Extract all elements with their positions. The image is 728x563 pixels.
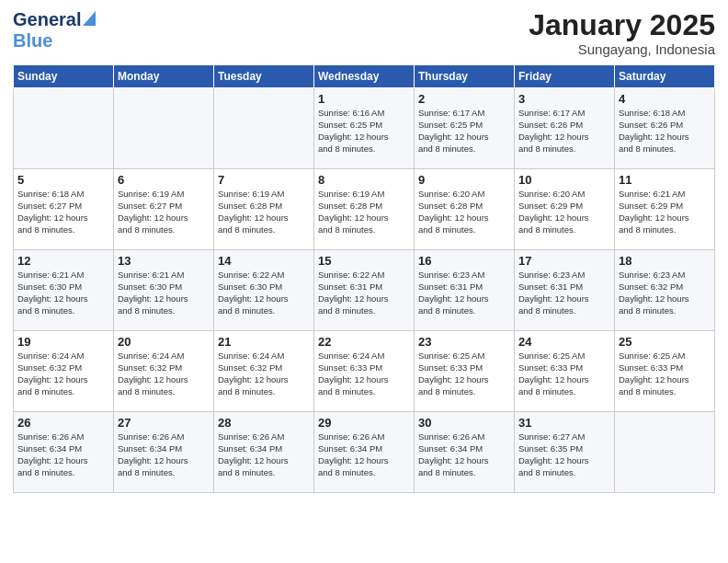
table-row: 21Sunrise: 6:24 AMSunset: 6:32 PMDayligh… bbox=[214, 331, 314, 412]
day-number: 28 bbox=[218, 416, 310, 430]
day-number: 1 bbox=[318, 92, 410, 106]
day-number: 7 bbox=[218, 173, 310, 187]
day-number: 15 bbox=[318, 254, 410, 268]
day-info: Sunrise: 6:17 AMSunset: 6:25 PMDaylight:… bbox=[418, 108, 510, 155]
table-row: 2Sunrise: 6:17 AMSunset: 6:25 PMDaylight… bbox=[415, 88, 515, 169]
day-number: 3 bbox=[518, 92, 610, 106]
day-info: Sunrise: 6:21 AMSunset: 6:30 PMDaylight:… bbox=[17, 270, 109, 316]
day-info: Sunrise: 6:16 AMSunset: 6:25 PMDaylight:… bbox=[318, 108, 410, 155]
day-number: 8 bbox=[318, 173, 410, 187]
day-info: Sunrise: 6:24 AMSunset: 6:32 PMDaylight:… bbox=[17, 350, 109, 397]
day-number: 29 bbox=[318, 416, 410, 430]
day-number: 9 bbox=[418, 173, 510, 187]
header-thursday: Thursday bbox=[415, 65, 515, 88]
logo-general: General bbox=[13, 9, 81, 30]
day-info: Sunrise: 6:26 AMSunset: 6:34 PMDaylight:… bbox=[218, 431, 310, 478]
day-number: 18 bbox=[619, 254, 711, 268]
table-row: 4Sunrise: 6:18 AMSunset: 6:26 PMDaylight… bbox=[615, 88, 715, 169]
table-row: 27Sunrise: 6:26 AMSunset: 6:34 PMDayligh… bbox=[114, 412, 214, 493]
day-number: 5 bbox=[17, 173, 109, 187]
day-number: 14 bbox=[218, 254, 310, 268]
day-info: Sunrise: 6:18 AMSunset: 6:26 PMDaylight:… bbox=[619, 108, 711, 155]
day-info: Sunrise: 6:25 AMSunset: 6:33 PMDaylight:… bbox=[518, 350, 610, 397]
day-info: Sunrise: 6:22 AMSunset: 6:31 PMDaylight:… bbox=[318, 270, 410, 316]
title-block: January 2025 Sungayang, Indonesia bbox=[529, 9, 715, 57]
day-number: 11 bbox=[619, 173, 711, 187]
day-number: 17 bbox=[518, 254, 610, 268]
table-row: 12Sunrise: 6:21 AMSunset: 6:30 PMDayligh… bbox=[14, 250, 114, 331]
day-info: Sunrise: 6:26 AMSunset: 6:34 PMDaylight:… bbox=[118, 431, 210, 478]
day-info: Sunrise: 6:20 AMSunset: 6:29 PMDaylight:… bbox=[518, 189, 610, 236]
table-row: 24Sunrise: 6:25 AMSunset: 6:33 PMDayligh… bbox=[515, 331, 615, 412]
day-number: 27 bbox=[118, 416, 210, 430]
table-row: 5Sunrise: 6:18 AMSunset: 6:27 PMDaylight… bbox=[14, 169, 114, 250]
table-row bbox=[114, 88, 214, 169]
day-info: Sunrise: 6:24 AMSunset: 6:33 PMDaylight:… bbox=[318, 350, 410, 397]
day-info: Sunrise: 6:21 AMSunset: 6:30 PMDaylight:… bbox=[118, 270, 210, 316]
table-row: 19Sunrise: 6:24 AMSunset: 6:32 PMDayligh… bbox=[14, 331, 114, 412]
table-row: 13Sunrise: 6:21 AMSunset: 6:30 PMDayligh… bbox=[114, 250, 214, 331]
day-info: Sunrise: 6:22 AMSunset: 6:30 PMDaylight:… bbox=[218, 270, 310, 316]
day-number: 10 bbox=[518, 173, 610, 187]
day-number: 6 bbox=[118, 173, 210, 187]
table-row: 7Sunrise: 6:19 AMSunset: 6:28 PMDaylight… bbox=[214, 169, 314, 250]
day-info: Sunrise: 6:17 AMSunset: 6:26 PMDaylight:… bbox=[518, 108, 610, 155]
day-number: 19 bbox=[17, 335, 109, 349]
table-row bbox=[14, 88, 114, 169]
table-row: 28Sunrise: 6:26 AMSunset: 6:34 PMDayligh… bbox=[214, 412, 314, 493]
logo-line2: Blue bbox=[13, 30, 52, 52]
table-row: 31Sunrise: 6:27 AMSunset: 6:35 PMDayligh… bbox=[515, 412, 615, 493]
calendar-table: Sunday Monday Tuesday Wednesday Thursday… bbox=[13, 64, 715, 493]
table-row bbox=[615, 412, 715, 493]
header-tuesday: Tuesday bbox=[214, 65, 314, 88]
svg-marker-0 bbox=[83, 11, 96, 26]
header-saturday: Saturday bbox=[615, 65, 715, 88]
day-number: 31 bbox=[518, 416, 610, 430]
day-info: Sunrise: 6:25 AMSunset: 6:33 PMDaylight:… bbox=[619, 350, 711, 397]
day-info: Sunrise: 6:26 AMSunset: 6:34 PMDaylight:… bbox=[418, 431, 510, 478]
day-number: 24 bbox=[518, 335, 610, 349]
day-info: Sunrise: 6:26 AMSunset: 6:34 PMDaylight:… bbox=[17, 431, 109, 478]
calendar-week-row: 5Sunrise: 6:18 AMSunset: 6:27 PMDaylight… bbox=[14, 169, 715, 250]
day-number: 13 bbox=[118, 254, 210, 268]
day-number: 4 bbox=[619, 92, 711, 106]
table-row: 26Sunrise: 6:26 AMSunset: 6:34 PMDayligh… bbox=[14, 412, 114, 493]
month-title: January 2025 bbox=[529, 9, 715, 41]
logo-triangle-icon bbox=[83, 11, 96, 29]
location: Sungayang, Indonesia bbox=[529, 41, 715, 57]
header: General Blue January 2025 Sungayang, Ind… bbox=[13, 9, 715, 57]
calendar-week-row: 1Sunrise: 6:16 AMSunset: 6:25 PMDaylight… bbox=[14, 88, 715, 169]
day-info: Sunrise: 6:19 AMSunset: 6:27 PMDaylight:… bbox=[118, 189, 210, 236]
day-info: Sunrise: 6:27 AMSunset: 6:35 PMDaylight:… bbox=[518, 431, 610, 478]
day-number: 16 bbox=[418, 254, 510, 268]
table-row: 3Sunrise: 6:17 AMSunset: 6:26 PMDaylight… bbox=[515, 88, 615, 169]
calendar-header-row: Sunday Monday Tuesday Wednesday Thursday… bbox=[14, 65, 715, 88]
day-info: Sunrise: 6:23 AMSunset: 6:32 PMDaylight:… bbox=[619, 270, 711, 316]
header-wednesday: Wednesday bbox=[314, 65, 415, 88]
day-info: Sunrise: 6:18 AMSunset: 6:27 PMDaylight:… bbox=[17, 189, 109, 236]
page-container: General Blue January 2025 Sungayang, Ind… bbox=[0, 0, 728, 563]
day-number: 12 bbox=[17, 254, 109, 268]
day-number: 22 bbox=[318, 335, 410, 349]
day-number: 23 bbox=[418, 335, 510, 349]
table-row: 10Sunrise: 6:20 AMSunset: 6:29 PMDayligh… bbox=[515, 169, 615, 250]
logo-line1: General bbox=[13, 9, 96, 30]
day-info: Sunrise: 6:26 AMSunset: 6:34 PMDaylight:… bbox=[318, 431, 410, 478]
header-friday: Friday bbox=[515, 65, 615, 88]
header-sunday: Sunday bbox=[14, 65, 114, 88]
day-info: Sunrise: 6:19 AMSunset: 6:28 PMDaylight:… bbox=[318, 189, 410, 236]
table-row: 16Sunrise: 6:23 AMSunset: 6:31 PMDayligh… bbox=[415, 250, 515, 331]
calendar-week-row: 19Sunrise: 6:24 AMSunset: 6:32 PMDayligh… bbox=[14, 331, 715, 412]
table-row: 8Sunrise: 6:19 AMSunset: 6:28 PMDaylight… bbox=[314, 169, 415, 250]
day-info: Sunrise: 6:23 AMSunset: 6:31 PMDaylight:… bbox=[418, 270, 510, 316]
day-number: 21 bbox=[218, 335, 310, 349]
table-row: 9Sunrise: 6:20 AMSunset: 6:28 PMDaylight… bbox=[415, 169, 515, 250]
table-row: 18Sunrise: 6:23 AMSunset: 6:32 PMDayligh… bbox=[615, 250, 715, 331]
day-info: Sunrise: 6:19 AMSunset: 6:28 PMDaylight:… bbox=[218, 189, 310, 236]
table-row: 1Sunrise: 6:16 AMSunset: 6:25 PMDaylight… bbox=[314, 88, 415, 169]
table-row: 14Sunrise: 6:22 AMSunset: 6:30 PMDayligh… bbox=[214, 250, 314, 331]
calendar-week-row: 12Sunrise: 6:21 AMSunset: 6:30 PMDayligh… bbox=[14, 250, 715, 331]
table-row: 30Sunrise: 6:26 AMSunset: 6:34 PMDayligh… bbox=[415, 412, 515, 493]
day-info: Sunrise: 6:23 AMSunset: 6:31 PMDaylight:… bbox=[518, 270, 610, 316]
table-row: 29Sunrise: 6:26 AMSunset: 6:34 PMDayligh… bbox=[314, 412, 415, 493]
